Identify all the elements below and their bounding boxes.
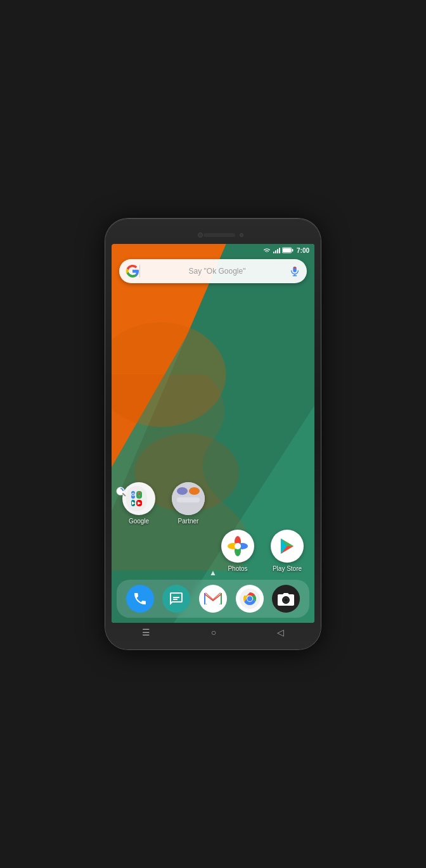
google-folder-icon: G 📍 ▶ ▶ [122,482,155,515]
photos-label: Photos [228,565,247,572]
phone-call-icon [126,585,154,613]
chrome-icon [236,585,264,613]
app-item-empty-4 [166,530,210,572]
dock-messages[interactable] [162,585,190,613]
front-camera [198,233,203,238]
phone-device: 7:00 Say "Ok Google" [105,219,321,649]
svg-point-26 [285,599,288,602]
app-item-empty-3 [117,530,161,572]
app-grid: G 📍 ▶ ▶ Google [112,482,314,572]
svg-rect-6 [292,249,293,252]
partner-folder-label: Partner [178,518,199,525]
app-drawer-arrow[interactable]: ▲ [209,568,217,577]
play-store-icon [271,530,304,563]
camera-icon [272,585,300,613]
partner-folder-icon [172,482,205,515]
app-item-google-folder[interactable]: G 📍 ▶ ▶ Google [117,482,161,525]
microphone-icon[interactable] [289,265,300,277]
front-sensor [240,233,243,237]
google-folder-label: Google [129,518,149,525]
app-item-partner-folder[interactable]: Partner [166,482,210,525]
status-bar: 7:00 [112,244,314,257]
nav-back-button[interactable]: ◁ [277,627,284,637]
dock [117,580,309,618]
nav-home-button[interactable]: ○ [211,627,216,637]
gmail-icon [199,585,227,613]
dock-camera[interactable] [272,585,300,613]
earpiece [203,233,235,237]
play-store-label: Play Store [273,565,302,572]
messages-icon [162,585,190,613]
svg-point-24 [247,596,252,601]
app-item-empty-2 [265,482,309,525]
phone-top-hardware [112,226,314,244]
status-time: 7:00 [297,247,309,254]
search-hint: Say "Ok Google" [145,267,289,276]
photos-icon [221,530,254,563]
battery-icon [282,247,294,253]
phone-screen: 7:00 Say "Ok Google" [112,244,314,623]
search-divider [139,265,140,278]
phone-bottom-nav: ☰ ○ ◁ [112,623,314,642]
svg-line-13 [123,494,126,496]
svg-rect-7 [283,248,291,252]
svg-rect-9 [294,267,297,269]
app-item-photos[interactable]: Photos [216,530,260,572]
google-logo [126,264,139,278]
wifi-icon [262,247,271,253]
nav-recents-button[interactable]: ☰ [142,627,150,637]
dock-phone[interactable] [126,585,154,613]
dock-chrome[interactable] [236,585,264,613]
app-item-play-store[interactable]: Play Store [265,530,309,572]
app-item-empty-1 [216,482,260,525]
signal-icon [273,247,280,253]
dock-gmail[interactable] [199,585,227,613]
svg-point-18 [235,543,241,549]
google-search-bar[interactable]: Say "Ok Google" [119,259,307,283]
